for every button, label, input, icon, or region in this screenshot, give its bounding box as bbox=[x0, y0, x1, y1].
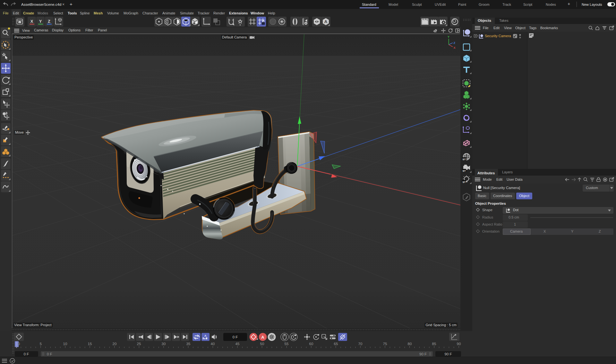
svg-text:5: 5 bbox=[40, 342, 42, 346]
svg-text:20: 20 bbox=[113, 342, 117, 346]
svg-text:0 F: 0 F bbox=[24, 352, 29, 356]
svg-text:A: A bbox=[204, 334, 207, 337]
svg-text:15: 15 bbox=[88, 342, 92, 346]
svg-text:Y: Y bbox=[39, 19, 42, 24]
svg-text:70: 70 bbox=[358, 342, 363, 346]
svg-text:60: 60 bbox=[309, 342, 313, 346]
svg-text:90 F: 90 F bbox=[419, 352, 427, 356]
svg-text:90 F: 90 F bbox=[444, 352, 452, 356]
svg-text:40: 40 bbox=[211, 342, 215, 346]
svg-text:35: 35 bbox=[186, 342, 191, 346]
svg-text:0 F: 0 F bbox=[233, 335, 238, 339]
svg-text:Z: Z bbox=[48, 19, 50, 24]
svg-text:ST: ST bbox=[462, 181, 466, 184]
svg-text:25: 25 bbox=[137, 342, 141, 346]
svg-text:A: A bbox=[324, 19, 328, 24]
svg-text:0: 0 bbox=[18, 342, 20, 346]
svg-text:90: 90 bbox=[457, 342, 461, 346]
svg-text:30: 30 bbox=[162, 342, 166, 346]
svg-text:0 F: 0 F bbox=[47, 352, 52, 356]
svg-text:55: 55 bbox=[285, 342, 289, 346]
svg-text:X: X bbox=[30, 19, 33, 24]
svg-text:Z: Z bbox=[454, 41, 456, 45]
svg-text:80: 80 bbox=[408, 342, 412, 346]
svg-text:A: A bbox=[261, 335, 264, 340]
svg-text:65: 65 bbox=[334, 342, 338, 346]
svg-text:10: 10 bbox=[63, 342, 67, 346]
svg-text:85: 85 bbox=[432, 342, 436, 346]
svg-text:Y: Y bbox=[448, 35, 449, 38]
svg-text:X: X bbox=[454, 46, 456, 49]
svg-text:50: 50 bbox=[260, 342, 264, 346]
svg-text:ST: ST bbox=[462, 170, 466, 172]
svg-text:75: 75 bbox=[383, 342, 387, 346]
svg-text:45: 45 bbox=[235, 342, 240, 346]
svg-text:ST: ST bbox=[462, 158, 466, 161]
